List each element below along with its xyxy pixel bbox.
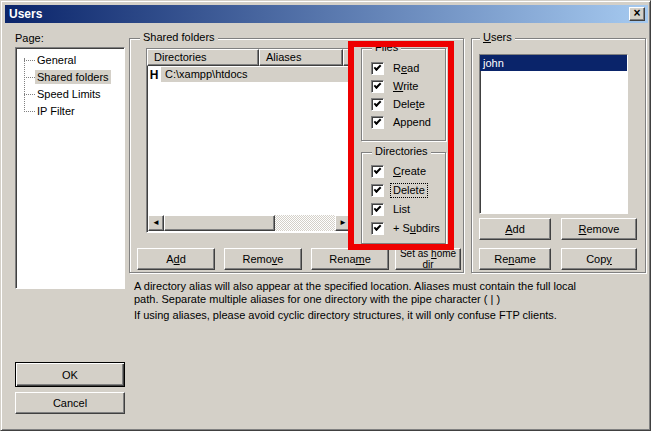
page-label: Page: — [15, 32, 44, 44]
alias-note-line2: path. Separate multiple aliases for one … — [134, 293, 500, 305]
tree-stub-icon — [24, 60, 35, 61]
tree-item-label: Shared folders — [35, 70, 111, 84]
ok-button[interactable]: OK — [15, 362, 125, 387]
users-list: john — [479, 54, 628, 214]
set-as-home-dir-button[interactable]: Set as home dir — [395, 248, 461, 270]
shared-folders-group-label: Shared folders — [140, 31, 218, 44]
remove-directory-button[interactable]: Remove — [224, 248, 302, 270]
tree-item-shared-folders[interactable]: Shared folders — [18, 69, 111, 85]
users-dialog: Users × Page: General Shared folders Spe… — [0, 0, 651, 431]
listview-header: Directories Aliases — [147, 49, 352, 66]
users-group-label: Users — [480, 31, 515, 44]
tree-stub-icon — [24, 94, 35, 95]
button-label: Copy — [586, 253, 612, 265]
tree-item-speed-limits[interactable]: Speed Limits — [18, 86, 103, 102]
alias-note-line1: A directory alias will also appear at th… — [134, 280, 576, 292]
close-button[interactable]: × — [629, 7, 645, 21]
add-directory-button[interactable]: Add — [137, 248, 215, 270]
remove-user-button[interactable]: Remove — [561, 218, 637, 240]
tree-item-label: Speed Limits — [35, 87, 103, 101]
copy-user-button[interactable]: Copy — [561, 248, 637, 270]
button-label: Remove — [243, 253, 284, 265]
button-label: Add — [505, 223, 525, 235]
scroll-left-icon[interactable]: ◄ — [148, 215, 164, 231]
button-label: Rename — [329, 253, 371, 265]
cancel-button[interactable]: Cancel — [15, 392, 125, 414]
page-tree: General Shared folders Speed Limits IP F… — [15, 47, 125, 289]
tree-item-label: General — [35, 53, 78, 67]
button-label: Set as home dir — [396, 248, 460, 270]
titlebar[interactable]: Users × — [5, 5, 648, 23]
tree-item-ip-filter[interactable]: IP Filter — [18, 103, 77, 119]
home-flag: H — [147, 68, 161, 82]
users-group: Users john Add Remove Rename Copy — [471, 38, 646, 273]
rename-user-button[interactable]: Rename — [479, 248, 551, 270]
button-label: Cancel — [53, 397, 87, 409]
column-header-directories[interactable]: Directories — [147, 49, 259, 66]
tree-item-general[interactable]: General — [18, 52, 78, 68]
directories-listview: Directories Aliases H C:\xampp\htdocs ◄ … — [146, 48, 353, 233]
cyclic-note: If using aliases, please avoid cyclic di… — [134, 309, 557, 321]
tree-item-label: IP Filter — [35, 104, 77, 118]
button-label: Remove — [579, 223, 620, 235]
rename-directory-button[interactable]: Rename — [311, 248, 389, 270]
button-label: Add — [166, 253, 186, 265]
close-icon: × — [633, 6, 640, 20]
window-title: Users — [9, 7, 42, 21]
scrollbar-thumb[interactable] — [164, 215, 275, 231]
highlight-rectangle — [348, 41, 454, 250]
button-label: OK — [62, 369, 78, 381]
directory-row[interactable]: H C:\xampp\htdocs — [147, 66, 352, 83]
tree-stub-icon — [24, 111, 35, 112]
scrollbar-track[interactable] — [275, 215, 335, 231]
user-list-item-john[interactable]: john — [480, 55, 627, 71]
column-header-aliases[interactable]: Aliases — [259, 49, 343, 66]
add-user-button[interactable]: Add — [479, 218, 551, 240]
horizontal-scrollbar[interactable]: ◄ ► — [148, 215, 351, 231]
button-label: Rename — [494, 253, 536, 265]
directory-path: C:\xampp\htdocs — [161, 67, 352, 82]
tree-stub-icon — [24, 77, 35, 78]
